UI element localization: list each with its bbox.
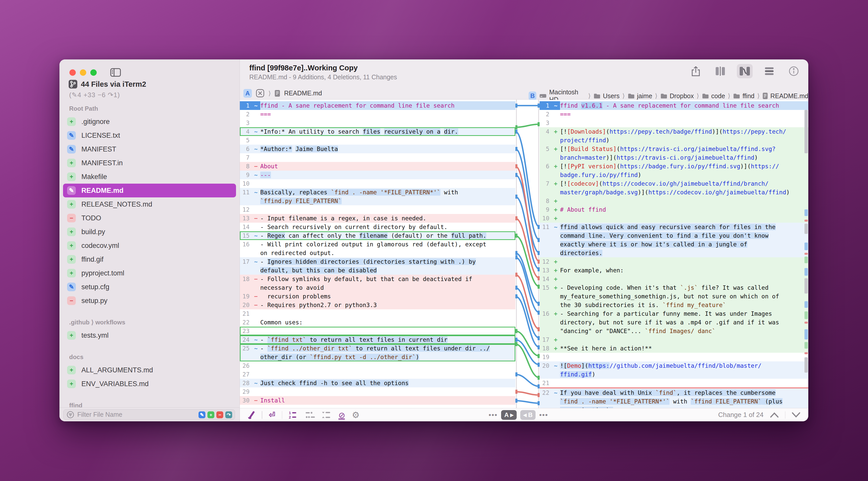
diff-line[interactable]: 16+- Searching for a particular funny me… (539, 309, 808, 335)
pane-a-file-label[interactable]: README.md (284, 90, 322, 97)
sidebar-item-ffind-gif[interactable]: +ffind.gif (63, 253, 236, 266)
diff-line[interactable]: 28~Just check ffind -h to see all the op… (240, 379, 516, 387)
diff-line[interactable]: 9~--- (240, 171, 516, 179)
diff-line[interactable]: 24~- `ffind txt` to return all text file… (240, 335, 516, 344)
sidebar-item-todo[interactable]: −TODO (63, 211, 236, 225)
next-change-button[interactable] (791, 412, 801, 418)
diff-line: 7 (240, 153, 516, 162)
diff-line[interactable]: 7+[![codecov](https://codecov.io/gh/jaim… (539, 179, 808, 197)
zoom-button[interactable] (90, 69, 97, 76)
minimize-button[interactable] (80, 69, 86, 76)
diff-line[interactable]: 18+**See it here in action!** (539, 344, 808, 353)
info-icon[interactable] (786, 64, 802, 78)
diff-line[interactable]: 25~- `ffind ../other_dir txt` to return … (240, 344, 516, 361)
more-options-icon-2[interactable]: ••• (539, 411, 548, 419)
sidebar-item-manifest-in[interactable]: +MANIFEST.in (63, 156, 236, 170)
diff-line[interactable]: 12+ (539, 257, 808, 266)
diff-line[interactable]: 15+- Developing code. When it's that `.j… (539, 283, 808, 309)
sidebar-item-pyproject-toml[interactable]: +pyproject.toml (63, 266, 236, 280)
sidebar-item-env-variables-md[interactable]: +ENV_VARIABLES.md (63, 377, 236, 391)
file-name: RELEASE_NOTES.md (82, 200, 152, 209)
sidebar-item-license-txt[interactable]: ✎LICENSE.txt (63, 129, 236, 142)
breadcrumb-code[interactable]: code (702, 92, 725, 100)
fluid-view-icon[interactable] (737, 64, 753, 78)
diff-line[interactable]: 11~Basically, replaces `find . -name '*F… (240, 188, 516, 205)
diff-line[interactable]: 9+# About ffind (539, 205, 808, 214)
diff-line[interactable]: 6~*Author:* Jaime Buelta (240, 145, 516, 153)
line-text (260, 136, 516, 145)
appearance-brush-icon[interactable] (247, 411, 255, 419)
diff-line[interactable]: 17+ (539, 335, 808, 344)
sidebar-toggle-icon[interactable] (110, 68, 121, 77)
diff-line[interactable]: 30−Install (240, 396, 516, 405)
file-name: ENV_VARIABLES.md (82, 380, 149, 388)
chevron-separator: ⟩ (269, 90, 271, 97)
breadcrumb-jaime[interactable]: jaime (628, 92, 652, 100)
line-number: 5 (539, 145, 551, 162)
breadcrumb-readme-md[interactable]: README.md (763, 92, 808, 100)
diff-line[interactable]: 20~![Demo](https://github.com/jaimebuelt… (539, 361, 808, 379)
change-overview-strip[interactable] (804, 100, 808, 408)
diff-line[interactable]: 22~If you have deal with Unix `find`, it… (539, 387, 808, 408)
diff-line[interactable]: 8+ (539, 197, 808, 205)
close-button[interactable] (69, 69, 76, 76)
sidebar-item-setup-py[interactable]: −setup.py (63, 294, 236, 308)
change-marker: − (252, 396, 260, 405)
two-up-view-icon[interactable] (712, 64, 728, 78)
diff-line[interactable]: 14+ (539, 275, 808, 283)
diff-line[interactable]: 1~ffind v1.6.1 - A sane replacement for … (539, 101, 808, 110)
diff-line: 23 (240, 327, 516, 335)
hierarchy-icon[interactable] (322, 411, 332, 419)
sidebar-item-all-arguments-md[interactable]: +ALL_ARGUMENTS.md (63, 363, 236, 377)
diff-line[interactable]: 4~*Info:* An utility to search files rec… (240, 127, 516, 136)
sidebar-item-build-py[interactable]: +build.py (63, 225, 236, 239)
inline-changes-icon[interactable] (305, 411, 315, 419)
previous-change-button[interactable] (769, 412, 779, 418)
breadcrumb-ffind[interactable]: ffind (733, 92, 754, 100)
breadcrumb-dropbox[interactable]: Dropbox (660, 92, 694, 100)
sidebar-item-release-notes-md[interactable]: +RELEASE_NOTES.md (63, 197, 236, 211)
filter-modified-button[interactable]: ✎ (198, 411, 206, 418)
diff-line[interactable]: 8−About (240, 162, 516, 171)
diff-line[interactable]: 13−- Input filename is a regex, in case … (240, 214, 516, 223)
wrap-lines-icon[interactable]: ⏎ (269, 410, 275, 419)
diff-line[interactable]: 15~- Regex can affect only the filename … (240, 231, 516, 240)
diff-line[interactable]: 18−- Follow symlinks by default, but tha… (240, 275, 516, 292)
diff-line[interactable]: 13+For example, when: (539, 266, 808, 275)
sidebar-item--gitignore[interactable]: +.gitignore (63, 115, 236, 129)
pane-a-visibility-button[interactable]: A▶ (501, 410, 517, 420)
diff-line[interactable]: 1~ffind - A sane replacement for command… (240, 101, 516, 110)
sidebar-item-tests-yml[interactable]: +tests.yml (63, 328, 236, 342)
diff-line[interactable]: 20−- Requires python2.7 or python3.3 (240, 301, 516, 309)
breadcrumb-users[interactable]: Users (593, 92, 619, 100)
ignore-changes-icon[interactable]: ⊘ (338, 410, 345, 420)
filter-added-button[interactable]: + (208, 411, 214, 418)
filter-field[interactable]: ✎ + − ↷ (63, 409, 235, 420)
diff-line[interactable]: 6+[![PyPI version](https://badge.fury.io… (539, 162, 808, 179)
diff-line[interactable]: 19− recursion problems (240, 292, 516, 301)
sidebar-item-readme-md[interactable]: ✎README.md (63, 184, 236, 197)
settings-icon[interactable]: ⚙ (352, 410, 360, 420)
filter-renamed-button[interactable]: ↷ (225, 411, 232, 418)
diff-line[interactable]: 5+[![Build Status](https://travis-ci.org… (539, 145, 808, 162)
unified-view-icon[interactable] (761, 64, 777, 78)
diff-line[interactable]: 17~- Ignores hidden directories (directo… (240, 257, 516, 275)
add-badge-icon: + (67, 200, 76, 209)
diff-line[interactable]: 4+[![Downloads](https://pepy.tech/badge/… (539, 127, 808, 145)
diff-line[interactable]: 10+ (539, 214, 808, 223)
more-options-icon[interactable]: ••• (489, 411, 498, 419)
filter-deleted-button[interactable]: − (216, 411, 223, 418)
pane-b-visibility-button[interactable]: ◀B (520, 410, 535, 420)
line-number: 19 (539, 353, 551, 361)
share-icon[interactable] (688, 64, 704, 78)
sidebar-item-makefile[interactable]: +Makefile (63, 170, 236, 184)
sidebar-item-manifest[interactable]: ✎MANIFEST (63, 142, 236, 156)
line-numbers-icon[interactable]: 1 2 (289, 411, 299, 419)
sidebar-item-codecov-yml[interactable]: +codecov.yml (63, 239, 236, 253)
snapshot-icon[interactable] (255, 89, 265, 98)
line-number: 12 (539, 257, 551, 266)
filter-input[interactable] (77, 411, 177, 418)
line-text (260, 327, 516, 335)
sidebar-item-setup-cfg[interactable]: ✎setup.cfg (63, 280, 236, 294)
diff-line[interactable]: 11~ffind allows quick and easy recursive… (539, 223, 808, 257)
